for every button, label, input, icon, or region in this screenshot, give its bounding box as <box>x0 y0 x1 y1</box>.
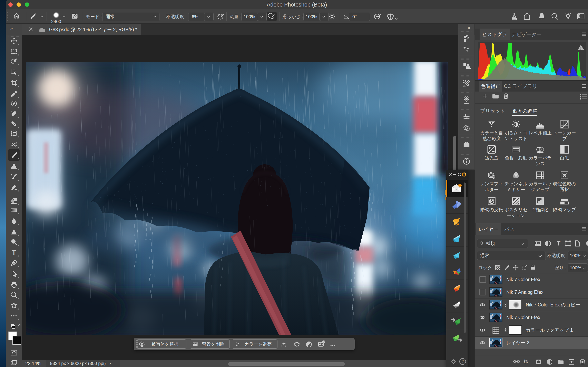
svg-text:T: T <box>12 249 16 256</box>
svg-text:?: ? <box>461 359 464 364</box>
